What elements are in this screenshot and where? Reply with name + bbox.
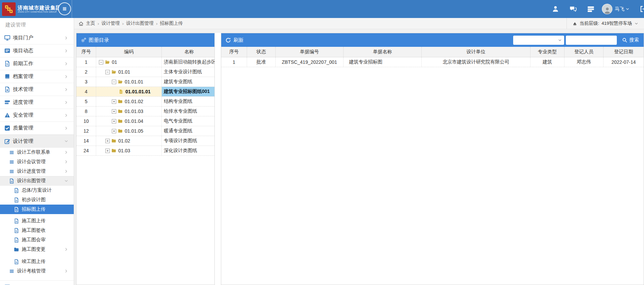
page-icon: [9, 178, 14, 184]
list-column-header: 状态: [247, 47, 276, 57]
sidebar-item[interactable]: [0, 280, 74, 285]
collapse-toggle[interactable]: −: [112, 80, 116, 84]
chev-right-icon: [64, 88, 68, 92]
chat-icon[interactable]: [570, 5, 577, 13]
sidebar-item-项目动态[interactable]: 项目动态: [0, 44, 74, 57]
breadcrumb-item[interactable]: 设计出图管理: [126, 20, 154, 26]
cogs-icon: [81, 37, 86, 43]
tree-row[interactable]: 401.01.01.01建筑专业招标图纸001: [76, 87, 214, 97]
sidebar-item-初步设计图[interactable]: 初步设计图: [0, 195, 74, 205]
tree-row[interactable]: 1−01济南新旧动能转换起步区...: [76, 57, 214, 67]
breadcrumb-item[interactable]: 设计管理: [102, 20, 120, 26]
sidebar-item-设计考核管理[interactable]: 设计考核管理: [0, 266, 74, 276]
sidebar-item-设计会议管理[interactable]: 设计会议管理: [0, 157, 74, 167]
search-button[interactable]: 搜索: [622, 37, 639, 43]
expand-toggle[interactable]: +: [105, 149, 110, 153]
sidebar-item-设计进度管理[interactable]: 设计进度管理: [0, 167, 74, 176]
tree-row[interactable]: 12+01.01.05暖通专业图纸: [76, 126, 214, 136]
tree-row[interactable]: 8+01.01.03给排水专业图纸: [76, 107, 214, 116]
collapse-toggle[interactable]: −: [99, 60, 103, 64]
sidebar-item-质量管理[interactable]: 质量管理: [0, 122, 74, 135]
edit-icon: [4, 138, 10, 144]
folder-icon: [118, 99, 123, 104]
current-level-label: 当前层级:: [579, 20, 599, 26]
sidebar-item-施工图签收[interactable]: 施工图签收: [0, 226, 74, 235]
sidebar-item-label: 前期工作: [13, 60, 33, 67]
list-column-header: 设计单位: [422, 47, 530, 57]
current-level-selector[interactable]: 当前层级: 419智慧停车场: [567, 18, 644, 29]
sidebar-item-label: 设计出图管理: [17, 178, 46, 184]
expand-toggle[interactable]: +: [105, 139, 110, 143]
expand-toggle[interactable]: +: [112, 119, 116, 124]
sidebar-item-项目门户[interactable]: 项目门户: [0, 32, 74, 44]
sidebar-item-设计工作联系单[interactable]: 设计工作联系单: [0, 148, 74, 157]
user-icon[interactable]: [552, 5, 559, 13]
tree-row[interactable]: 24+01.03深化设计类图纸: [76, 146, 214, 156]
sidebar-item-招标图上传[interactable]: 招标图上传: [0, 205, 74, 214]
expand-toggle[interactable]: +: [112, 129, 116, 133]
page-icon: [14, 197, 19, 203]
logo-area: 济南城市建设集团 JINAN CITY CONSTRUCTION GROUP: [0, 0, 72, 18]
sidebar-item-label: 档案管理: [13, 73, 33, 80]
server-icon[interactable]: [587, 5, 594, 13]
tree-code-cell: +01.01.04: [96, 116, 162, 126]
tree-name-cell: 给排水专业图纸: [162, 107, 214, 116]
sidebar-item-施工图变更[interactable]: 施工图变更: [0, 245, 74, 254]
breadcrumb-item[interactable]: 招标图上传: [160, 20, 183, 26]
tree-row[interactable]: 14+01.02专项设计类图纸: [76, 136, 214, 146]
list-row[interactable]: 1批准ZBTSC_419_202207_001建筑专业招标图北京市建筑设计研究院…: [221, 57, 644, 67]
tree-seq-cell: 5: [76, 97, 96, 106]
filter-select[interactable]: [513, 36, 564, 45]
catalog-column-header: 编码: [96, 47, 162, 57]
list-cell: 1: [221, 57, 247, 67]
sidebar-item-前期工作[interactable]: 前期工作: [0, 57, 74, 70]
logout-icon[interactable]: [640, 5, 644, 13]
list-cell: 建筑专业招标图: [344, 57, 422, 67]
menu-toggle-button[interactable]: [58, 2, 71, 15]
sidebar-item-安全管理[interactable]: 安全管理: [0, 109, 74, 122]
tree-row[interactable]: 3−01.01.01建筑专业图纸: [76, 77, 214, 87]
company-name-block: 济南城市建设集团 JINAN CITY CONSTRUCTION GROUP: [18, 5, 61, 13]
tree-code-cell: −01.01.01: [96, 77, 162, 87]
tree-row[interactable]: 2−01.01主体专业设计图纸: [76, 67, 214, 77]
breadcrumb-separator: ›: [98, 21, 99, 26]
sidebar-item-总体/方案设计[interactable]: 总体/方案设计: [0, 186, 74, 195]
tree-name-cell: 专项设计类图纸: [162, 136, 214, 146]
breadcrumb-home[interactable]: 主页: [86, 20, 95, 26]
sidebar-item-施工图会审[interactable]: 施工图会审: [0, 235, 74, 245]
sidebar-item-进度管理[interactable]: 进度管理: [0, 96, 74, 109]
tree-row[interactable]: 10+01.01.04电气专业图纸: [76, 116, 214, 126]
page-icon: [14, 238, 19, 243]
sidebar-item-竣工图上传[interactable]: 竣工图上传: [0, 257, 74, 266]
user-menu[interactable]: 马飞: [615, 6, 629, 12]
tree-seq-cell: 3: [76, 77, 96, 87]
expand-toggle[interactable]: +: [112, 99, 116, 104]
expand-toggle[interactable]: +: [112, 109, 116, 114]
folder-icon: [111, 138, 117, 143]
chev-right-icon: [64, 247, 68, 251]
folder-icon: [118, 119, 123, 124]
folder-open-icon: [111, 70, 117, 74]
sidebar-item-设计出图管理[interactable]: 设计出图管理: [0, 176, 74, 186]
chev-right-icon: [64, 126, 68, 130]
collapse-toggle[interactable]: −: [105, 70, 110, 74]
sidebar-item-技术管理[interactable]: 技术管理: [0, 83, 74, 96]
sidebar-item-label: 设计工作联系单: [17, 149, 50, 155]
tree-code-cell: +01.01.05: [96, 126, 162, 136]
tree-seq-cell: 8: [76, 107, 96, 116]
sidebar-item-label: 施工图签收: [22, 227, 46, 233]
catalog-panel-header: 图册目录: [76, 33, 214, 47]
company-name-en: JINAN CITY CONSTRUCTION GROUP: [18, 11, 61, 13]
sidebar-menu: 项目门户项目动态前期工作档案管理技术管理进度管理安全管理质量管理设计管理设计工作…: [0, 32, 74, 285]
refresh-button[interactable]: 刷新: [233, 37, 244, 43]
sidebar-item-施工图上传[interactable]: 施工图上传: [0, 216, 74, 226]
sidebar-item-档案管理[interactable]: 档案管理: [0, 70, 74, 83]
avatar[interactable]: [602, 4, 612, 14]
avatar-photo-icon: [604, 6, 611, 14]
sidebar-item-设计管理[interactable]: 设计管理: [0, 135, 74, 148]
book-icon: [4, 74, 10, 79]
list-cell: 2022-07-14: [604, 57, 644, 67]
search-input[interactable]: [566, 36, 617, 45]
search-button-label: 搜索: [629, 37, 639, 43]
tree-row[interactable]: 5+01.01.02结构专业图纸: [76, 97, 214, 107]
